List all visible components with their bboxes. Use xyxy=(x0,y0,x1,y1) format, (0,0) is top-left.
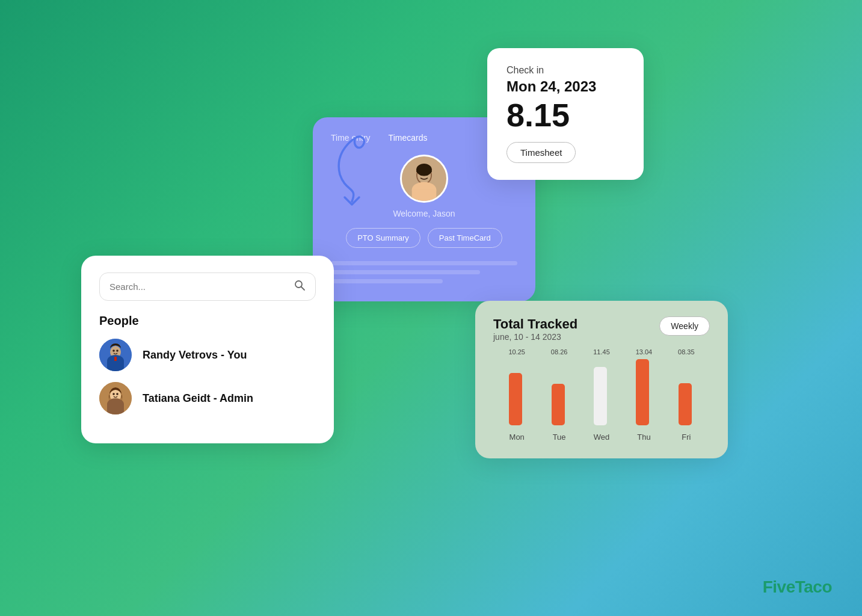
bar-group-fri: 08.35Fri xyxy=(665,348,707,442)
bar-container xyxy=(552,359,567,425)
avatar-tatiana xyxy=(99,382,132,414)
bar-label-thu: Thu xyxy=(637,433,650,442)
bar-value-mon: 10.25 xyxy=(508,348,525,356)
svg-rect-7 xyxy=(412,190,437,202)
pto-summary-button[interactable]: PTO Summary xyxy=(346,228,420,248)
tracked-date: june, 10 - 14 2023 xyxy=(493,332,577,342)
bar-fill xyxy=(594,367,607,425)
tracked-card: Total Tracked june, 10 - 14 2023 Weekly … xyxy=(475,301,728,458)
bar-label-fri: Fri xyxy=(682,433,691,442)
checkin-date: Mon 24, 2023 xyxy=(506,78,624,95)
search-input[interactable] xyxy=(109,282,294,292)
bar-value-tue: 08.26 xyxy=(551,348,568,356)
tracked-title: Total Tracked xyxy=(493,316,577,332)
svg-point-21 xyxy=(116,393,119,395)
person2-name: Tatiana Geidt - Admin xyxy=(143,392,253,405)
bar-group-wed: 11.45Wed xyxy=(580,348,623,442)
bar-group-thu: 13.04Thu xyxy=(623,348,665,442)
bar-container xyxy=(594,359,609,425)
list-item: Randy Vetrovs - You xyxy=(99,339,316,371)
logo-text-five: Five xyxy=(763,578,795,596)
bar-group-tue: 08.26Tue xyxy=(538,348,580,442)
bar-fill xyxy=(636,359,649,425)
svg-rect-15 xyxy=(107,361,124,371)
past-timecard-button[interactable]: Past TimeCard xyxy=(428,228,502,248)
bar-fill xyxy=(679,383,692,425)
content-line-1 xyxy=(331,261,517,265)
svg-point-13 xyxy=(116,350,119,352)
search-icon xyxy=(294,279,306,294)
squiggle-arrow-icon xyxy=(322,132,376,211)
tab-timecards[interactable]: Timecards xyxy=(389,133,428,143)
avatar-randy xyxy=(99,339,132,371)
avatar-face-icon xyxy=(402,155,446,203)
bar-value-thu: 13.04 xyxy=(636,348,653,356)
bar-value-wed: 11.45 xyxy=(593,348,610,356)
avatar xyxy=(400,155,448,203)
fivetaco-logo: FiveTaco xyxy=(763,578,832,597)
bar-fill xyxy=(552,384,565,425)
people-card: People Randy Vetrovs - You xyxy=(81,256,334,443)
svg-point-20 xyxy=(112,393,115,395)
checkin-time: 8.15 xyxy=(506,99,624,131)
bar-label-mon: Mon xyxy=(510,433,525,442)
svg-point-12 xyxy=(112,350,115,352)
bar-container xyxy=(636,359,651,425)
logo-text-taco: Taco xyxy=(795,578,832,596)
list-item: Tatiana Geidt - Admin xyxy=(99,382,316,414)
checkin-label: Check in xyxy=(506,65,624,76)
content-lines xyxy=(331,261,517,283)
people-title: People xyxy=(99,314,316,328)
bar-group-mon: 10.25Mon xyxy=(496,348,538,442)
person2-avatar-icon xyxy=(99,382,132,414)
bar-value-fri: 08.35 xyxy=(678,348,695,356)
action-buttons: PTO Summary Past TimeCard xyxy=(331,228,517,248)
bar-container xyxy=(509,359,525,425)
chart-area: 10.25Mon08.26Tue11.45Wed13.04Thu08.35Fri xyxy=(493,357,710,442)
bar-label-wed: Wed xyxy=(594,433,610,442)
bar-fill xyxy=(509,373,522,425)
search-box[interactable] xyxy=(99,273,316,301)
content-line-2 xyxy=(331,270,480,274)
checkin-card: Check in Mon 24, 2023 8.15 Timesheet xyxy=(487,48,644,180)
person1-name: Randy Vetrovs - You xyxy=(143,349,247,362)
bar-label-tue: Tue xyxy=(553,433,566,442)
timesheet-button[interactable]: Timesheet xyxy=(506,142,576,163)
content-line-3 xyxy=(331,279,443,283)
svg-line-9 xyxy=(301,287,305,291)
weekly-button[interactable]: Weekly xyxy=(659,316,710,336)
person1-avatar-icon xyxy=(99,339,132,371)
svg-rect-23 xyxy=(107,404,124,414)
bar-container xyxy=(679,359,694,425)
